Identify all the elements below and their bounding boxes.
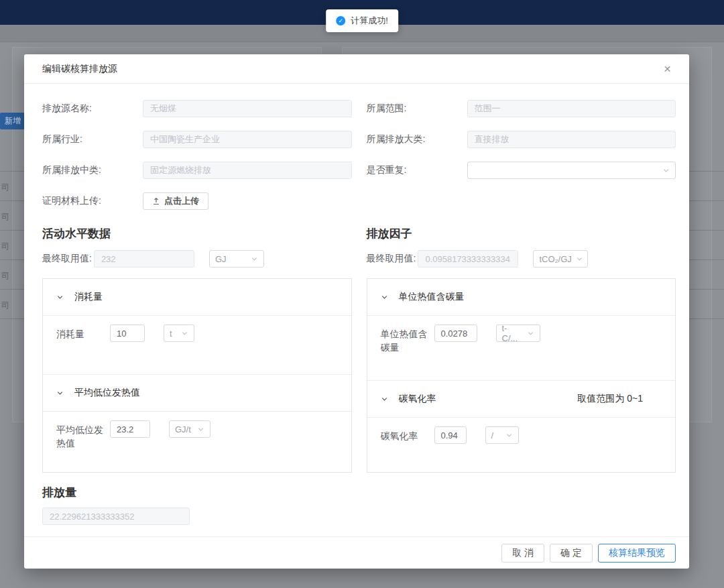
dialog-header: 编辑碳核算排放源 × — [24, 54, 689, 84]
toast-message: 计算成功! — [351, 15, 388, 27]
select-value: t — [170, 329, 172, 339]
result-preview-button[interactable]: 核算结果预览 — [598, 544, 676, 563]
oxidation-rate-input[interactable] — [434, 426, 467, 444]
field-label: 所属排放中类: — [42, 164, 143, 176]
activity-data-section: 活动水平数据 最终取用值: GJ 消耗量 — [42, 226, 352, 473]
basic-info-form: 排放源名称: 所属范围: 所属行业: 所属排放大类: 所属排放中类: — [42, 100, 676, 210]
calculation-sections: 活动水平数据 最终取用值: GJ 消耗量 — [42, 226, 676, 473]
activity-collapse-box: 消耗量 消耗量 t 平均低位发热值 — [42, 278, 352, 473]
select-value: / — [491, 430, 494, 440]
oxidation-rate-panel-content: 碳氧化率 / — [367, 418, 676, 453]
final-value-label: 最终取用值: — [42, 253, 92, 265]
consumption-unit-select[interactable]: t — [164, 325, 194, 342]
carbon-content-panel-header[interactable]: 单位热值含碳量 — [367, 279, 676, 316]
activity-unit-select[interactable]: GJ — [209, 250, 264, 268]
chevron-down-icon — [381, 396, 388, 403]
is-duplicate-select[interactable] — [467, 162, 676, 179]
chevron-down-icon — [56, 294, 64, 301]
consumption-input[interactable] — [110, 325, 145, 342]
factor-final-row: 最终取用值: tCO₂/GJ — [367, 250, 676, 268]
field-label: 是否重复: — [367, 164, 467, 176]
emission-amount-section: 排放量 — [42, 485, 676, 525]
source-name-input — [143, 100, 352, 117]
carbon-content-panel-content: 单位热值含碳量 t-C/... — [367, 316, 676, 381]
activity-final-row: 最终取用值: GJ — [42, 250, 352, 268]
field-label: 所属行业: — [42, 133, 143, 145]
field-label: 所属排放大类: — [367, 133, 467, 145]
close-icon[interactable]: × — [664, 62, 671, 75]
chevron-down-icon — [505, 432, 513, 439]
factor-unit-select[interactable]: tCO₂/GJ — [533, 250, 588, 268]
upload-icon — [152, 197, 160, 205]
carbon-content-input[interactable] — [434, 325, 477, 342]
final-value-label: 最终取用值: — [367, 253, 416, 265]
field-upload: 证明材料上传: 点击上传 — [42, 192, 352, 210]
chevron-down-icon — [576, 255, 583, 263]
consumption-panel-content: 消耗量 t — [43, 316, 351, 375]
scope-input — [467, 100, 676, 117]
consumption-label: 消耗量 — [56, 325, 110, 341]
field-is-duplicate: 是否重复: — [367, 162, 676, 179]
heating-value-input[interactable] — [110, 420, 150, 438]
panel-title: 消耗量 — [74, 291, 103, 303]
panel-title: 碳氧化率 — [399, 393, 436, 405]
panel-title: 平均低位发热值 — [74, 387, 140, 399]
oxidation-rate-unit-select[interactable]: / — [485, 426, 519, 444]
select-value: tCO₂/GJ — [539, 254, 571, 264]
field-label: 排放源名称: — [42, 103, 143, 115]
consumption-panel-header[interactable]: 消耗量 — [43, 279, 351, 316]
field-industry: 所属行业: — [42, 131, 352, 148]
toast-success: ✓ 计算成功! — [326, 9, 398, 32]
major-category-input — [467, 131, 676, 148]
select-value: GJ/t — [175, 424, 191, 434]
select-value: GJ — [215, 254, 227, 264]
dialog-footer: 取 消 确 定 核算结果预览 — [24, 536, 689, 569]
factor-collapse-box: 单位热值含碳量 单位热值含碳量 t-C/... 碳氧化 — [367, 278, 676, 473]
confirm-button[interactable]: 确 定 — [550, 544, 593, 563]
cancel-button[interactable]: 取 消 — [501, 544, 544, 563]
field-label: 证明材料上传: — [42, 195, 143, 207]
chevron-down-icon — [662, 167, 670, 174]
emission-factor-section: 排放因子 最终取用值: tCO₂/GJ 单位热值含碳量 — [367, 226, 676, 473]
panel-title: 单位热值含碳量 — [399, 291, 465, 303]
field-scope: 所属范围: — [367, 100, 676, 117]
heating-value-unit-select[interactable]: GJ/t — [169, 420, 210, 438]
value-range-note: 取值范围为 0~1 — [577, 393, 662, 405]
dialog-body: 排放源名称: 所属范围: 所属行业: 所属排放大类: 所属排放中类: — [24, 84, 689, 536]
add-button[interactable]: 新增 — [0, 113, 25, 129]
factor-heading: 排放因子 — [367, 226, 676, 241]
upload-button[interactable]: 点击上传 — [143, 192, 208, 210]
chevron-down-icon — [251, 255, 258, 263]
middle-category-input — [143, 162, 352, 179]
screen: 司 司 司 司 司 新增 ✓ 计算成功! 编辑碳核算排放源 × 排放源名称: 所… — [0, 0, 724, 588]
dialog-title: 编辑碳核算排放源 — [42, 63, 117, 75]
chevron-down-icon — [381, 294, 388, 301]
activity-final-input — [94, 250, 194, 268]
emission-heading: 排放量 — [42, 485, 676, 500]
activity-heading: 活动水平数据 — [42, 226, 352, 241]
field-label: 所属范围: — [367, 103, 467, 115]
field-middle-category: 所属排放中类: — [42, 162, 352, 179]
emission-amount-input — [42, 508, 190, 525]
oxidation-rate-panel-header[interactable]: 碳氧化率 取值范围为 0~1 — [367, 381, 676, 418]
chevron-down-icon — [56, 390, 64, 397]
carbon-content-label: 单位热值含碳量 — [381, 325, 434, 355]
oxidation-rate-label: 碳氧化率 — [381, 426, 434, 443]
chevron-down-icon — [197, 426, 204, 433]
carbon-content-unit-select[interactable]: t-C/... — [496, 325, 540, 342]
upload-button-label: 点击上传 — [164, 195, 199, 207]
chevron-down-icon — [527, 330, 534, 337]
chevron-down-icon — [181, 330, 188, 337]
heating-value-panel-content: 平均低位发热值 GJ/t — [43, 412, 351, 459]
factor-final-input — [418, 250, 518, 268]
heating-value-panel-header[interactable]: 平均低位发热值 — [43, 375, 351, 412]
field-major-category: 所属排放大类: — [367, 131, 676, 148]
success-check-icon: ✓ — [336, 16, 345, 25]
select-value: t-C/... — [502, 323, 523, 343]
field-source-name: 排放源名称: — [42, 100, 352, 117]
industry-input — [143, 131, 352, 148]
edit-emission-source-dialog: 编辑碳核算排放源 × 排放源名称: 所属范围: 所属行业: 所属 — [24, 54, 689, 569]
heating-value-label: 平均低位发热值 — [56, 420, 110, 451]
